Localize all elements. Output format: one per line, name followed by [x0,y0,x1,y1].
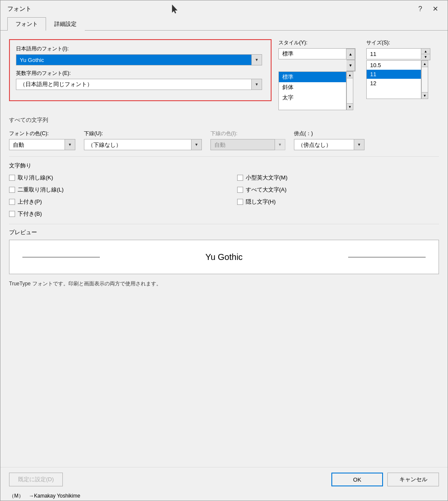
checkbox-all-caps[interactable]: すべて大文字(A) [237,186,439,194]
checkbox-hidden[interactable]: 隠し文字(H) [237,198,439,206]
font-color-field: フォントの色(C): 自動 [9,130,75,150]
font-color-dropdown[interactable]: 自動 [9,139,75,150]
font-fields-group: 日本語用のフォント(I): Yu Gothic 英数字用のフォント(E): （日… [9,39,272,101]
checkbox-superscript[interactable]: 上付き(P) [9,198,211,206]
char-decoration-title: 文字飾り [9,162,439,170]
style-scroll-buttons: ▲ ▼ [346,48,355,71]
font-color-arrow[interactable] [65,139,75,150]
title-bar: フォント ? ✕ [0,0,448,17]
japanese-font-label: 日本語用のフォント(I): [16,45,265,53]
underline-arrow[interactable] [192,139,202,150]
preview-text: Yu Gothic [205,252,243,262]
tab-font[interactable]: フォント [7,17,46,31]
emphasis-label: 傍点(：) [294,130,365,137]
style-list-wrapper: 標準 斜体 太字 ▲ ▼ [278,71,360,110]
underline-color-field: 下線の色(I): 自動 [210,130,285,150]
preview-section: プレビュー Yu Gothic [9,224,439,274]
cursor-indicator [170,4,179,15]
emphasis-input[interactable]: （傍点なし） [294,139,354,150]
checkbox-double-strikethrough[interactable]: 二重取り消し線(L) [9,186,211,194]
title-bar-right: ? ✕ [416,4,441,14]
size-scroll-track [421,67,428,92]
ok-button[interactable]: OK [331,473,383,486]
underline-color-arrow [275,139,285,150]
style-scroll-top[interactable]: ▲ [346,71,353,78]
latin-font-dropdown[interactable]: （日本語用と同じフォント） [16,79,265,90]
underline-color-label: 下線の色(I): [210,130,285,137]
size-item-10-5[interactable]: 10.5 [367,61,421,70]
style-text-input[interactable]: 標準 [278,48,346,59]
japanese-font-dropdown[interactable]: Yu Gothic [16,54,265,65]
tabs-container: フォント 詳細設定 [0,17,448,31]
checkbox-subscript[interactable]: 下付き(B) [9,210,211,218]
size-group: サイズ(S): 11 ▲ ▼ 10.5 11 12 [366,39,435,110]
latin-font-label: 英数字用のフォント(E): [16,70,265,77]
latin-font-input[interactable]: （日本語用と同じフォント） [16,79,252,90]
checkbox-hidden-box[interactable] [237,199,243,205]
close-button[interactable]: ✕ [430,4,441,14]
style-item-italic[interactable]: 斜体 [279,82,346,93]
style-label: スタイル(Y): [278,39,360,46]
style-item-standard[interactable]: 標準 [279,72,346,82]
checkbox-small-caps[interactable]: 小型英大文字(M) [237,174,439,182]
japanese-font-arrow[interactable] [252,54,262,65]
size-item-12[interactable]: 12 [367,79,421,88]
style-scroll-bottom[interactable]: ▼ [346,103,353,110]
underline-field: 下線(U): （下線なし） [84,130,202,150]
emphasis-arrow[interactable] [354,139,365,150]
preview-title: プレビュー [9,229,439,236]
font-dialog: フォント ? ✕ フォント 詳細設定 日本語用のフォント( [0,0,448,501]
checkbox-hidden-label: 隠し文字(H) [246,198,276,206]
style-scroll-up[interactable]: ▲ [346,49,355,60]
right-section: スタイル(Y): 標準 ▲ ▼ 標準 斜体 太字 [278,39,439,110]
style-scrollbar: ▲ ▼ [346,71,353,110]
checkbox-strikethrough[interactable]: 取り消し線(K) [9,174,211,182]
style-list[interactable]: 標準 斜体 太字 [278,71,346,110]
default-button[interactable]: 既定に設定(D) [9,473,63,486]
preview-line-right [348,257,426,257]
underline-dropdown[interactable]: （下線なし） [84,139,202,150]
preview-line-left [22,257,100,257]
style-scroll-down[interactable]: ▼ [346,60,355,71]
checkboxes-right: 小型英大文字(M) すべて大文字(A) 隠し文字(H) [237,174,439,218]
font-color-label: フォントの色(C): [9,130,75,137]
checkbox-small-caps-box[interactable] [237,175,243,181]
ok-cancel-group: OK キャンセル [331,473,439,486]
checkbox-superscript-label: 上付き(P) [18,198,42,206]
checkbox-double-strikethrough-box[interactable] [9,187,15,193]
size-scroll-top[interactable]: ▲ [421,60,428,67]
size-scroll-up[interactable]: ▲ [421,49,430,54]
style-item-bold[interactable]: 太字 [279,93,346,103]
size-scroll-bottom[interactable]: ▼ [421,92,428,99]
checkbox-all-caps-box[interactable] [237,187,243,193]
underline-input[interactable]: （下線なし） [84,139,192,150]
latin-font-arrow[interactable] [252,79,262,90]
checkbox-subscript-box[interactable] [9,211,15,217]
main-content: 日本語用のフォント(I): Yu Gothic 英数字用のフォント(E): （日… [0,31,448,467]
size-text-input[interactable]: 11 [366,48,421,59]
help-button[interactable]: ? [416,4,425,14]
size-list[interactable]: 10.5 11 12 [366,60,421,99]
style-scroll-track [346,78,353,103]
japanese-font-group: 日本語用のフォント(I): Yu Gothic [16,45,265,65]
char-decoration-section: 文字飾り 取り消し線(K) 二重取り消し線(L) 上付き(P) [9,156,439,218]
latin-font-group: 英数字用のフォント(E): （日本語用と同じフォント） [16,70,265,90]
checkbox-superscript-box[interactable] [9,199,15,205]
size-scroll-down[interactable]: ▼ [421,54,430,60]
svg-marker-0 [172,5,177,13]
font-color-input[interactable]: 自動 [9,139,65,150]
checkbox-all-caps-label: すべて大文字(A) [246,186,287,194]
all-chars-label: すべての文字列 [9,116,439,124]
japanese-font-input[interactable]: Yu Gothic [16,54,252,65]
checkbox-double-strikethrough-label: 二重取り消し線(L) [18,186,64,194]
style-group: スタイル(Y): 標準 ▲ ▼ 標準 斜体 太字 [278,39,360,110]
tab-advanced[interactable]: 詳細設定 [46,17,85,31]
checkbox-subscript-label: 下付き(B) [18,210,42,218]
emphasis-dropdown[interactable]: （傍点なし） [294,139,365,150]
checkbox-strikethrough-box[interactable] [9,175,15,181]
cancel-button[interactable]: キャンセル [387,473,439,486]
top-section: 日本語用のフォント(I): Yu Gothic 英数字用のフォント(E): （日… [9,39,439,110]
decoration-row: フォントの色(C): 自動 下線(U): （下線なし） [9,130,439,150]
size-item-11[interactable]: 11 [367,70,421,79]
title-bar-left: フォント [7,5,31,13]
